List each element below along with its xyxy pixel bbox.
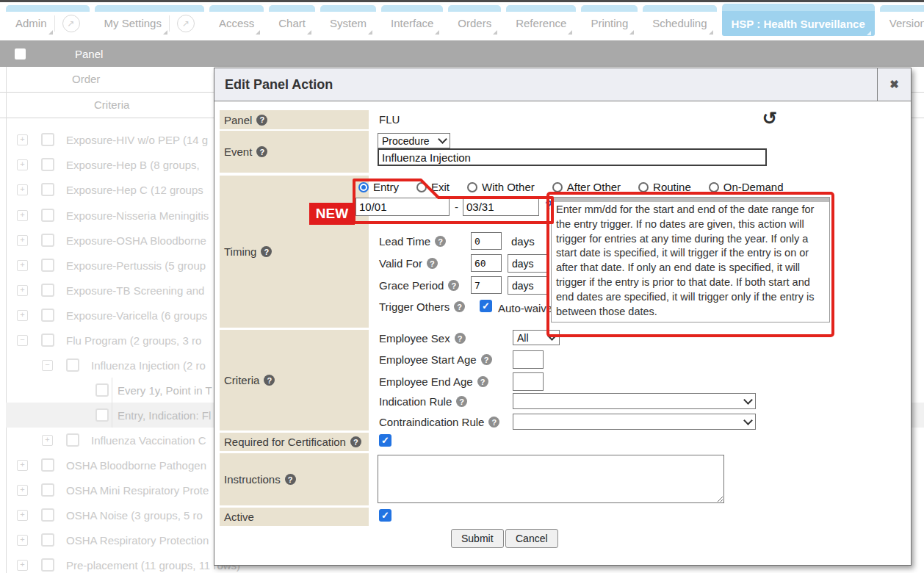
event-label: Event <box>224 145 252 158</box>
grace-period-unit-select[interactable]: days <box>508 276 549 295</box>
submit-button[interactable]: Submit <box>451 529 504 548</box>
expand-icon[interactable]: + <box>17 134 28 145</box>
tab-orders[interactable]: Orders <box>448 5 501 35</box>
row-checkbox[interactable] <box>66 433 79 447</box>
row-checkbox[interactable] <box>66 358 79 372</box>
row-checkbox[interactable] <box>41 183 54 196</box>
row-checkbox[interactable] <box>41 133 54 146</box>
help-icon[interactable]: ? <box>477 376 488 387</box>
row-checkbox[interactable] <box>41 284 54 297</box>
tab-interface[interactable]: Interface <box>381 5 443 35</box>
help-icon[interactable]: ? <box>454 301 465 312</box>
help-icon[interactable]: ? <box>427 258 438 269</box>
expand-icon[interactable]: + <box>17 184 28 195</box>
lead-time-input[interactable] <box>471 232 502 250</box>
event-type-select[interactable]: Procedure <box>378 133 450 148</box>
expand-icon[interactable]: + <box>17 159 28 170</box>
active-checkbox[interactable]: ✓ <box>379 509 391 522</box>
row-checkbox[interactable] <box>41 508 54 522</box>
radio-routine[interactable]: Routine <box>638 181 691 193</box>
valid-for-input[interactable] <box>471 254 502 272</box>
radio-entry[interactable]: Entry <box>358 181 399 193</box>
row-checkbox[interactable] <box>41 533 54 547</box>
help-icon[interactable]: ? <box>261 246 272 257</box>
tab-system[interactable]: System <box>320 5 376 35</box>
tab-scheduling[interactable]: Scheduling <box>643 5 716 35</box>
tab-hsp-health-surveillance[interactable]: HSP : Health Surveillance <box>722 4 875 36</box>
popout-icon[interactable]: ↗ <box>177 15 195 32</box>
row-divider <box>112 403 112 428</box>
row-checkbox[interactable] <box>41 234 54 247</box>
row-checkbox[interactable] <box>41 259 54 272</box>
expand-icon[interactable]: + <box>17 485 28 496</box>
row-checkbox[interactable] <box>41 558 54 572</box>
expand-icon[interactable]: + <box>17 210 28 221</box>
row-checkbox[interactable] <box>41 158 54 171</box>
expand-icon[interactable]: + <box>42 435 53 446</box>
date-range-start-input[interactable] <box>355 198 450 216</box>
row-checkbox[interactable] <box>41 309 54 322</box>
help-icon[interactable]: ? <box>285 474 296 485</box>
help-icon[interactable]: ? <box>256 115 267 126</box>
valid-for-unit-select[interactable]: days <box>508 254 549 273</box>
row-checkbox[interactable] <box>41 209 54 222</box>
help-icon[interactable]: ? <box>481 354 492 365</box>
popout-icon[interactable]: ↗ <box>62 15 80 32</box>
radio-with-other[interactable]: With Other <box>467 181 535 193</box>
expand-icon[interactable]: + <box>17 460 28 471</box>
tab-admin[interactable]: Admin↗ <box>6 5 90 35</box>
expand-icon[interactable]: − <box>42 360 53 371</box>
cancel-button[interactable]: Cancel <box>505 529 558 548</box>
indication-rule-label: Indication Rule <box>379 395 452 408</box>
criteria-label: Criteria <box>224 374 259 386</box>
indication-rule-select[interactable] <box>513 393 756 409</box>
contraindication-rule-label: Contraindication Rule <box>379 416 484 428</box>
help-icon[interactable]: ? <box>456 396 467 407</box>
tab-chart[interactable]: Chart <box>269 5 315 35</box>
tab-printing[interactable]: Printing <box>581 5 638 35</box>
tree-item-label: Exposure-Nisseria Meningitis <box>66 209 209 222</box>
employee-sex-select[interactable]: All <box>513 330 560 345</box>
expand-icon[interactable]: + <box>17 235 28 246</box>
expand-icon[interactable]: + <box>17 535 28 546</box>
help-icon[interactable]: ? <box>448 280 459 291</box>
expand-icon[interactable]: + <box>17 285 28 296</box>
help-icon[interactable]: ? <box>350 436 361 447</box>
radio-after-other[interactable]: After Other <box>552 181 621 193</box>
tab-my-settings[interactable]: My Settings↗ <box>95 5 204 35</box>
trigger-others-checkbox[interactable]: ✓ <box>480 300 492 312</box>
row-checkbox[interactable] <box>95 408 109 422</box>
expand-icon[interactable]: + <box>17 260 28 271</box>
tab-reference[interactable]: Reference <box>506 5 576 35</box>
radio-exit[interactable]: Exit <box>416 181 450 193</box>
help-icon[interactable]: ? <box>488 417 499 428</box>
employee-end-age-input[interactable] <box>513 372 544 391</box>
radio-on-demand[interactable]: On-Demand <box>709 181 784 193</box>
help-icon[interactable]: ? <box>256 146 267 157</box>
help-icon[interactable]: ? <box>264 375 275 386</box>
contraindication-rule-select[interactable] <box>513 414 756 430</box>
required-for-certification-label: Required for Certification <box>224 436 346 448</box>
tab-version[interactable]: Version↗ <box>880 5 924 35</box>
grace-period-input[interactable] <box>471 276 502 294</box>
employee-start-age-input[interactable] <box>513 350 544 369</box>
row-checkbox[interactable] <box>41 458 54 472</box>
event-name-input[interactable] <box>378 148 767 166</box>
close-icon[interactable]: ✖ <box>877 68 911 101</box>
instructions-textarea[interactable] <box>378 455 724 503</box>
row-checkbox[interactable] <box>41 334 54 347</box>
help-icon[interactable]: ? <box>435 236 446 247</box>
row-checkbox[interactable] <box>95 383 109 397</box>
row-checkbox[interactable] <box>41 483 54 497</box>
history-icon[interactable]: ↺ <box>762 108 777 129</box>
expand-icon[interactable]: + <box>17 510 28 521</box>
expand-icon[interactable]: + <box>17 310 28 321</box>
date-range-end-input[interactable] <box>463 198 539 216</box>
timing-label-cell: Timing? <box>220 176 369 328</box>
tab-access[interactable]: Access <box>209 5 264 35</box>
expand-icon[interactable]: + <box>17 560 28 571</box>
select-all-checkbox[interactable] <box>15 48 26 60</box>
help-icon[interactable]: ? <box>455 333 466 344</box>
expand-icon[interactable]: − <box>17 335 28 346</box>
required-for-certification-checkbox[interactable]: ✓ <box>379 434 391 447</box>
